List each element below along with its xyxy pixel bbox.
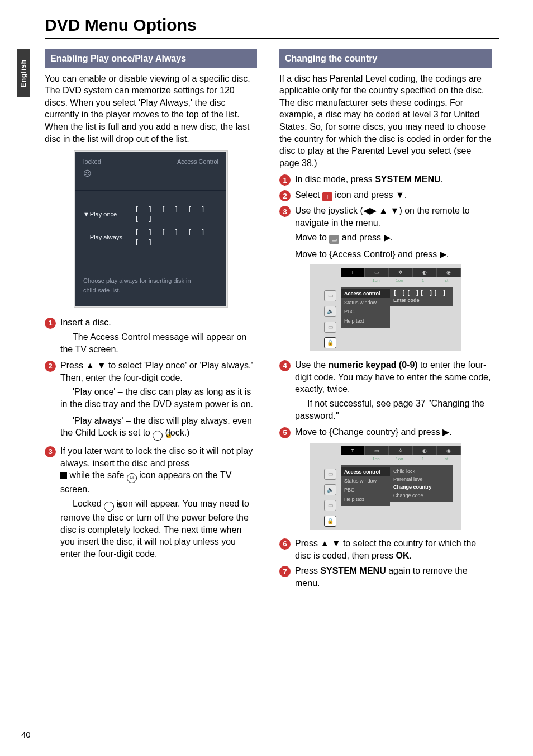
osd2-top-label-1: 1on bbox=[364, 455, 388, 463]
osd2-right-1: Parental level bbox=[393, 475, 449, 483]
feature-box-icon: ▭ bbox=[329, 235, 339, 244]
left-step1: Insert a disc. bbox=[60, 316, 257, 329]
r-step-badge-6: 6 bbox=[279, 538, 291, 550]
osd2-menu-3: Help text bbox=[341, 495, 390, 504]
osd2-tab-4: ◐ bbox=[413, 446, 437, 455]
osd2-top-label-2: 1on bbox=[388, 455, 411, 463]
stop-icon bbox=[60, 472, 67, 479]
osd2-menu-2: PBC bbox=[341, 485, 390, 494]
left-step2-sub2: 'Play always' – the disc will play alway… bbox=[60, 415, 257, 441]
osd2-tab-3: ✲ bbox=[389, 446, 413, 455]
osd1-menu-2: PBC bbox=[341, 307, 390, 316]
osd-top-label-4: st bbox=[435, 277, 458, 285]
r-step-badge-3: 3 bbox=[279, 206, 291, 217]
osd1-menu-3: Help text bbox=[341, 316, 390, 325]
r-step3-sub2: Move to {Access Control} and press ▶. bbox=[295, 248, 492, 261]
osd-side-4: 🔒 bbox=[324, 337, 336, 348]
r-step2: Select T icon and press ▼. bbox=[295, 189, 492, 201]
access-control-dialog: locked ☹ Access Control ▼ Play once [ ] … bbox=[74, 150, 228, 308]
osd2-top-label-4: st bbox=[435, 455, 458, 463]
r-step4: Use the numeric keypad (0-9) to enter th… bbox=[295, 359, 492, 395]
osd-screenshot-enter-code: T ▭ ✲ ◐ ◉ 1on 1on 1 st ▭ 🔈 ▭ 🔒 bbox=[310, 264, 461, 351]
osd2-tab-icon: T bbox=[341, 446, 365, 455]
r-step-badge-2: 2 bbox=[279, 190, 291, 201]
osd-tab-2: ▭ bbox=[365, 268, 389, 277]
r-step1: In disc mode, press SYSTEM MENU. bbox=[295, 173, 492, 186]
selector-arrow-icon: ▼ bbox=[83, 210, 90, 219]
step-badge-2: 2 bbox=[45, 361, 56, 372]
play-always-code: [ ] [ ] [ ] [ ] bbox=[135, 228, 218, 247]
r-step-badge-4: 4 bbox=[279, 360, 291, 371]
play-intro: You can enable or disable viewing of a s… bbox=[45, 73, 257, 145]
step-badge-1: 1 bbox=[45, 318, 56, 329]
osd-screenshot-country: T ▭ ✲ ◐ ◉ 1on 1on 1 st ▭ 🔈 ▭ 🔒 bbox=[310, 443, 461, 530]
r-step5: Move to {Change country} and press ▶. bbox=[295, 426, 492, 438]
osd1-right-code: [ ][ ][ ][ ] bbox=[393, 289, 449, 297]
osd-side-3: ▭ bbox=[324, 322, 336, 333]
osd-top-label-3: 1 bbox=[411, 277, 435, 285]
left-step2-sub1: 'Play once' – the disc can play as long … bbox=[60, 386, 257, 410]
left-step3-sub: Locked ☹ icon will appear. You may need … bbox=[60, 498, 257, 560]
osd-tab-4: ◐ bbox=[413, 268, 437, 277]
page-number: 40 bbox=[21, 730, 31, 739]
r-step-badge-7: 7 bbox=[279, 566, 291, 577]
osd2-side-2: 🔈 bbox=[324, 484, 336, 495]
country-intro: If a disc has Parental Level coding, the… bbox=[279, 73, 492, 169]
osd1-menu-0: Access control bbox=[341, 289, 390, 298]
osd2-menu-1: Status window bbox=[341, 476, 390, 485]
osd2-side-4: 🔒 bbox=[324, 516, 336, 527]
r-step3-sub1: Move to ▭ and press ▶. bbox=[295, 231, 492, 244]
osd1-right-label: Enter code bbox=[393, 297, 449, 304]
osd-side-1: ▭ bbox=[324, 290, 336, 301]
r-step4-sub: If not successful, see page 37 "Changing… bbox=[295, 398, 492, 422]
left-step3: If you later want to lock the disc so it… bbox=[60, 445, 257, 495]
step-badge-3: 3 bbox=[45, 446, 56, 457]
sad-face-icon: ☹ bbox=[83, 168, 101, 179]
osd2-menu-0: Access control bbox=[341, 467, 390, 476]
dialog-locked-label: locked bbox=[83, 158, 101, 166]
osd1-menu-1: Status window bbox=[341, 298, 390, 307]
r-step3: Use the joystick (◀▶ ▲ ▼) on the remote … bbox=[295, 205, 492, 229]
r-step6: Press ▲ ▼ to select the country for whic… bbox=[295, 537, 492, 561]
safe-face-icon: ☺ bbox=[127, 473, 137, 483]
left-step2: Press ▲ ▼ to select 'Play once' or 'Play… bbox=[60, 360, 257, 384]
play-once-code: [ ] [ ] [ ] [ ] bbox=[135, 205, 218, 224]
osd-tab-3: ✲ bbox=[389, 268, 413, 277]
osd-side-2: 🔈 bbox=[324, 306, 336, 317]
page-title: DVD Menu Options bbox=[45, 16, 499, 35]
locked-face-icon: ☹ bbox=[104, 502, 114, 512]
r-step-badge-1: 1 bbox=[279, 174, 291, 186]
section-bar-play: Enabling Play once/Play Always bbox=[45, 49, 257, 68]
section-bar-country: Changing the country bbox=[279, 49, 492, 68]
osd2-side-1: ▭ bbox=[324, 469, 336, 480]
osd2-tab-2: ▭ bbox=[365, 446, 389, 455]
left-step1-sub: The Access Control message will appear o… bbox=[60, 331, 257, 355]
osd2-right-2: Change country bbox=[393, 483, 449, 491]
osd2-right-3: Change code bbox=[393, 492, 449, 499]
osd-top-label-2: 1on bbox=[388, 277, 411, 285]
osd-tab-5: ◉ bbox=[437, 268, 461, 277]
osd-tab-icon: T bbox=[341, 268, 365, 277]
dialog-hint-1: Choose play always for inserting disk in bbox=[83, 276, 218, 286]
play-once-label: Play once bbox=[90, 210, 135, 219]
osd2-side-3: ▭ bbox=[324, 500, 336, 511]
title-rule bbox=[45, 38, 499, 39]
osd2-top-label-3: 1 bbox=[411, 455, 435, 463]
dialog-hint-2: child-safe list. bbox=[83, 286, 218, 295]
r-step7: Press SYSTEM MENU again to remove the me… bbox=[295, 565, 492, 589]
left-column: Enabling Play once/Play Always You can e… bbox=[45, 49, 257, 591]
r-step-badge-5: 5 bbox=[279, 427, 291, 438]
dialog-title: Access Control bbox=[177, 158, 218, 179]
osd2-right-0: Child lock bbox=[393, 467, 449, 475]
toolbox-icon: T bbox=[322, 192, 332, 201]
osd-top-label-1: 1on bbox=[364, 277, 388, 285]
right-column: Changing the country If a disc has Paren… bbox=[279, 49, 492, 591]
language-tab: English bbox=[17, 49, 30, 97]
lock-icon: 🔒 bbox=[153, 431, 163, 441]
play-always-label: Play always bbox=[90, 233, 135, 242]
osd2-tab-5: ◉ bbox=[437, 446, 461, 455]
